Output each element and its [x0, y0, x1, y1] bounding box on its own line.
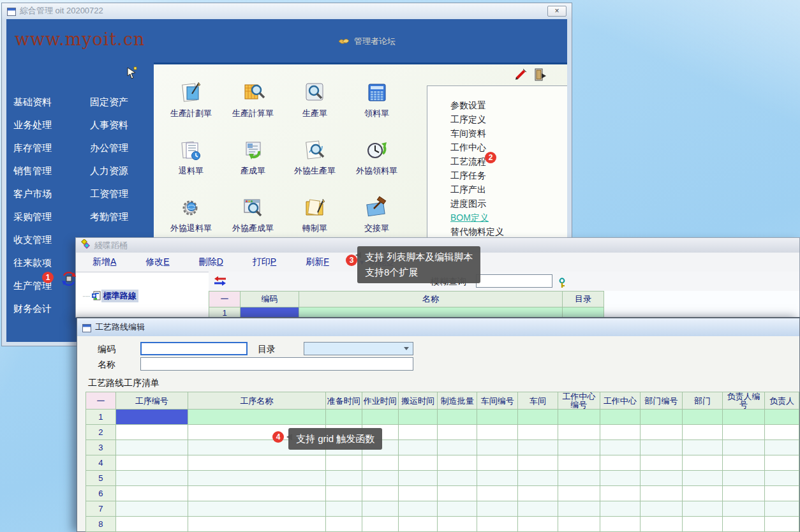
forum-link[interactable]: 管理者论坛: [338, 36, 396, 47]
grid-cell[interactable]: [325, 486, 362, 501]
sidebar-item-1[interactable]: 人事资料: [85, 114, 133, 137]
grid-cell[interactable]: [600, 471, 640, 486]
grid-cell[interactable]: [115, 471, 188, 486]
grid-cell[interactable]: [477, 455, 518, 471]
sidebar-item-6[interactable]: 收支管理: [8, 228, 57, 251]
grid-cell[interactable]: [398, 410, 438, 425]
grid-cell[interactable]: [723, 410, 765, 425]
tree-item-standard-route[interactable]: ····· 標準路線: [82, 290, 138, 302]
grid-cell[interactable]: [518, 486, 558, 501]
grid-cell[interactable]: [438, 425, 477, 440]
grid-cell[interactable]: [563, 307, 604, 318]
grid-cell[interactable]: [518, 501, 558, 517]
grid-cell[interactable]: [765, 486, 799, 501]
grid-cell[interactable]: [640, 440, 683, 455]
grid-cell[interactable]: [438, 501, 477, 517]
panel-item-1[interactable]: 工序定义: [450, 113, 567, 127]
grid-cell[interactable]: [518, 425, 558, 440]
grid-cell[interactable]: [438, 471, 477, 486]
grid-cell[interactable]: [765, 501, 799, 517]
sidebar-item-2[interactable]: 库存管理: [8, 137, 57, 159]
grid-cell[interactable]: [438, 455, 477, 471]
grid-cell[interactable]: [188, 410, 325, 425]
grid-cell[interactable]: [438, 517, 477, 532]
grid-cell[interactable]: [600, 440, 640, 455]
grid-cell[interactable]: [115, 440, 188, 455]
tile-3[interactable]: 領料單: [346, 77, 408, 135]
grid-cell[interactable]: [241, 307, 299, 318]
sidebar-item-4[interactable]: 客户市场: [8, 182, 57, 205]
sidebar-item-0[interactable]: 基础资料: [8, 91, 57, 114]
grid-cell[interactable]: [640, 455, 683, 471]
grid-cell[interactable]: [398, 455, 438, 471]
grid-cell[interactable]: [600, 501, 640, 517]
grid-cell[interactable]: [558, 410, 600, 425]
grid-cell[interactable]: [325, 455, 362, 471]
grid-cell[interactable]: [765, 410, 799, 425]
grid-cell[interactable]: [477, 440, 518, 455]
sidebar-item-0[interactable]: 固定资产: [85, 91, 133, 114]
grid-cell[interactable]: [188, 471, 325, 486]
grid-cell[interactable]: [723, 471, 765, 486]
grid-cell[interactable]: [188, 517, 325, 532]
grid-cell[interactable]: [477, 517, 518, 532]
grid-cell[interactable]: [477, 486, 518, 501]
red-pen-icon[interactable]: [515, 68, 528, 84]
panel-item-5[interactable]: 工序任务: [450, 169, 567, 183]
toolbar-button-3[interactable]: 打印P: [253, 256, 276, 268]
sidebar-item-5[interactable]: 采购管理: [8, 205, 57, 228]
swap-arrows-icon[interactable]: [214, 276, 226, 289]
grid-cell[interactable]: [765, 425, 799, 440]
grid-cell[interactable]: [362, 501, 398, 517]
grid-cell[interactable]: [600, 455, 640, 471]
tile-4[interactable]: 退料單: [160, 135, 222, 192]
grid-cell[interactable]: [723, 517, 765, 532]
panel-item-0[interactable]: 参数设置: [450, 99, 567, 113]
grid-cell[interactable]: [765, 440, 799, 455]
grid-cell[interactable]: [640, 471, 683, 486]
grid-cell[interactable]: [765, 471, 799, 486]
grid-cell[interactable]: [477, 501, 518, 517]
grid-cell[interactable]: [723, 455, 765, 471]
grid-cell[interactable]: [398, 471, 438, 486]
panel-item-6[interactable]: 工序产出: [450, 183, 567, 197]
key-icon[interactable]: [558, 277, 567, 292]
grid-cell[interactable]: [683, 471, 723, 486]
grid-cell[interactable]: [683, 501, 723, 517]
grid-cell[interactable]: [683, 425, 723, 440]
grid-cell[interactable]: [398, 486, 438, 501]
grid-cell[interactable]: [558, 425, 600, 440]
grid-cell[interactable]: [518, 440, 558, 455]
grid-cell[interactable]: [600, 410, 640, 425]
grid-cell[interactable]: [600, 517, 640, 532]
grid-cell[interactable]: [325, 501, 362, 517]
fuzzy-search-input[interactable]: [476, 274, 552, 288]
tile-0[interactable]: 生產計劃單: [160, 77, 222, 135]
grid-cell[interactable]: [558, 501, 600, 517]
sidebar-item-1[interactable]: 业务处理: [8, 114, 57, 137]
grid-cell[interactable]: [683, 486, 723, 501]
panel-item-2[interactable]: 车间资料: [450, 127, 567, 141]
panel-item-8[interactable]: BOM定义: [450, 211, 567, 225]
grid-cell[interactable]: [683, 440, 723, 455]
grid-cell[interactable]: [518, 517, 558, 532]
grid-cell[interactable]: [765, 455, 799, 471]
grid-cell[interactable]: [683, 455, 723, 471]
sidebar-item-2[interactable]: 办公管理: [85, 137, 133, 159]
grid-cell[interactable]: [558, 486, 600, 501]
grid-cell[interactable]: [558, 517, 600, 532]
grid-cell[interactable]: [398, 440, 438, 455]
tile-6[interactable]: 外協生產單: [284, 135, 346, 192]
grid-cell[interactable]: [640, 517, 683, 532]
grid-cell[interactable]: [325, 471, 362, 486]
grid-cell[interactable]: [477, 410, 518, 425]
panel-item-7[interactable]: 进度图示: [450, 197, 567, 211]
dir-combobox[interactable]: [304, 342, 413, 355]
grid-cell[interactable]: [683, 410, 723, 425]
grid-cell[interactable]: [640, 425, 683, 440]
grid-cell[interactable]: [362, 517, 398, 532]
grid-cell[interactable]: [640, 501, 683, 517]
grid-cell[interactable]: [723, 425, 765, 440]
grid-cell[interactable]: [362, 410, 398, 425]
grid-cell[interactable]: [438, 440, 477, 455]
